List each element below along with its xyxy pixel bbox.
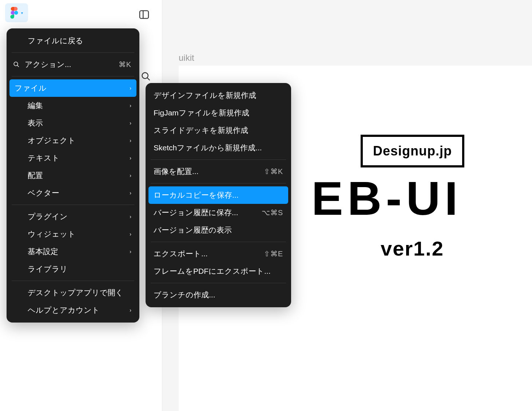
chevron-right-icon: › xyxy=(130,190,131,196)
chevron-right-icon: › xyxy=(130,155,131,161)
chevron-right-icon: › xyxy=(130,249,131,254)
menu-separator xyxy=(151,183,286,183)
menu-libraries-label: ライブラリ xyxy=(15,264,131,274)
submenu-new-from-sketch[interactable]: Sketchファイルから新規作成... xyxy=(146,139,291,157)
menu-back-to-files-label: ファイルに戻る xyxy=(15,36,131,46)
chevron-right-icon: › xyxy=(130,307,131,313)
menu-view[interactable]: 表示 › xyxy=(7,114,139,132)
menu-file-label: ファイル xyxy=(15,83,127,93)
chevron-right-icon: › xyxy=(130,231,131,237)
submenu-save-local-label: ローカルコピーを保存... xyxy=(154,190,283,200)
menu-file[interactable]: ファイル › xyxy=(9,79,136,97)
submenu-new-slide-deck[interactable]: スライドデッキを新規作成 xyxy=(146,122,291,139)
menu-preferences[interactable]: 基本設定 › xyxy=(7,243,139,260)
version-text: ver1.2 xyxy=(381,237,444,260)
submenu-new-slide-label: スライドデッキを新規作成 xyxy=(154,125,283,135)
menu-edit[interactable]: 編集 › xyxy=(7,97,139,114)
submenu-export[interactable]: エクスポート... ⇧⌘E xyxy=(146,245,291,262)
menu-text-label: テキスト xyxy=(15,153,127,163)
menu-help-label: ヘルプとアカウント xyxy=(15,305,127,315)
search-icon xyxy=(13,61,20,68)
menu-separator xyxy=(12,52,134,53)
menu-separator xyxy=(151,283,286,283)
submenu-save-version-label: バージョン履歴に保存... xyxy=(154,208,262,218)
menu-separator xyxy=(151,242,286,242)
menu-open-desktop-app[interactable]: デスクトップアプリで開く xyxy=(7,284,139,301)
submenu-show-version-label: バージョン履歴の表示 xyxy=(154,225,283,235)
chevron-right-icon: › xyxy=(130,138,131,143)
menu-libraries[interactable]: ライブラリ xyxy=(7,260,139,278)
panel-toggle-icon[interactable] xyxy=(138,9,150,22)
figma-menu-button[interactable]: ▾ xyxy=(5,3,28,22)
submenu-save-local-copy[interactable]: ローカルコピーを保存... xyxy=(148,186,288,204)
svg-point-5 xyxy=(14,62,18,66)
menu-widgets[interactable]: ウィジェット › xyxy=(7,225,139,243)
svg-line-6 xyxy=(17,65,19,67)
menu-view-label: 表示 xyxy=(15,118,127,128)
submenu-place-image-label: 画像を配置... xyxy=(154,166,264,177)
chevron-down-icon: ▾ xyxy=(21,11,23,15)
figma-logo-icon xyxy=(10,7,18,19)
menu-actions-shortcut: ⌘K xyxy=(119,60,131,69)
menu-actions[interactable]: アクション... ⌘K xyxy=(7,56,139,73)
submenu-show-version-history[interactable]: バージョン履歴の表示 xyxy=(146,221,291,239)
menu-vector[interactable]: ベクター › xyxy=(7,184,139,202)
submenu-sketch-label: Sketchファイルから新規作成... xyxy=(154,143,283,153)
submenu-new-design-file[interactable]: デザインファイルを新規作成 xyxy=(146,87,291,104)
menu-separator xyxy=(151,159,286,160)
submenu-save-version-history[interactable]: バージョン履歴に保存... ⌥⌘S xyxy=(146,204,291,221)
menu-actions-label: アクション... xyxy=(25,59,119,70)
menu-separator xyxy=(12,205,134,205)
menu-back-to-files[interactable]: ファイルに戻る xyxy=(7,32,139,50)
menu-arrange[interactable]: 配置 › xyxy=(7,167,139,184)
svg-rect-1 xyxy=(140,11,148,18)
frame-label[interactable]: uikit xyxy=(179,53,194,63)
chevron-right-icon: › xyxy=(130,120,131,126)
submenu-branch-label: ブランチの作成... xyxy=(154,290,283,300)
menu-plugins-label: プラグイン xyxy=(15,212,127,222)
big-title-text: EB-UI xyxy=(311,171,462,226)
search-sidebar-icon[interactable] xyxy=(141,71,151,83)
menu-preferences-label: 基本設定 xyxy=(15,246,127,257)
chevron-right-icon: › xyxy=(130,103,131,108)
submenu-new-design-label: デザインファイルを新規作成 xyxy=(154,90,283,100)
menu-edit-label: 編集 xyxy=(15,100,127,111)
menu-widgets-label: ウィジェット xyxy=(15,229,127,239)
submenu-export-pdf-label: フレームをPDFにエクスポート... xyxy=(154,266,283,276)
svg-point-3 xyxy=(142,73,148,79)
menu-help-account[interactable]: ヘルプとアカウント › xyxy=(7,301,139,319)
menu-plugins[interactable]: プラグイン › xyxy=(7,208,139,225)
svg-line-4 xyxy=(147,78,150,80)
menu-separator xyxy=(12,76,134,76)
chevron-right-icon: › xyxy=(130,214,131,220)
submenu-new-figjam-file[interactable]: FigJamファイルを新規作成 xyxy=(146,104,291,122)
submenu-export-shortcut: ⇧⌘E xyxy=(264,249,283,258)
submenu-create-branch[interactable]: ブランチの作成... xyxy=(146,286,291,304)
submenu-place-image[interactable]: 画像を配置... ⇧⌘K xyxy=(146,163,291,180)
menu-desktop-label: デスクトップアプリで開く xyxy=(15,288,131,298)
menu-object[interactable]: オブジェクト › xyxy=(7,132,139,149)
file-submenu: デザインファイルを新規作成 FigJamファイルを新規作成 スライドデッキを新規… xyxy=(146,83,291,307)
submenu-place-image-shortcut: ⇧⌘K xyxy=(264,167,283,176)
chevron-right-icon: › xyxy=(130,173,131,178)
menu-object-label: オブジェクト xyxy=(15,135,127,146)
designup-box: Designup.jp xyxy=(361,135,464,167)
submenu-export-label: エクスポート... xyxy=(154,249,264,259)
menu-vector-label: ベクター xyxy=(15,188,127,198)
submenu-export-frames-pdf[interactable]: フレームをPDFにエクスポート... xyxy=(146,262,291,280)
menu-text[interactable]: テキスト › xyxy=(7,149,139,167)
menu-arrange-label: 配置 xyxy=(15,170,127,181)
submenu-new-figjam-label: FigJamファイルを新規作成 xyxy=(154,108,283,118)
menu-separator xyxy=(12,281,134,281)
svg-point-0 xyxy=(14,11,18,15)
chevron-right-icon: › xyxy=(130,85,131,91)
main-menu: ファイルに戻る アクション... ⌘K ファイル › 編集 › 表示 › オブジ… xyxy=(7,28,139,323)
submenu-save-version-shortcut: ⌥⌘S xyxy=(262,208,283,217)
